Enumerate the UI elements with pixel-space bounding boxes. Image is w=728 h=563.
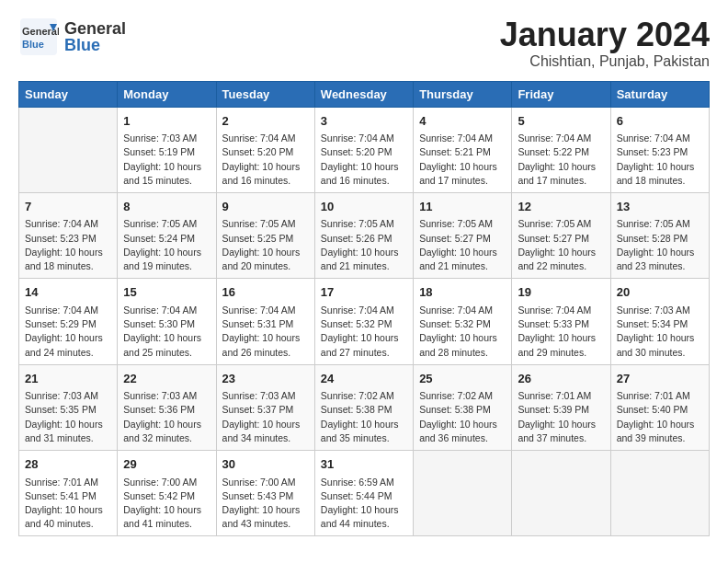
table-row: 17Sunrise: 7:04 AMSunset: 5:32 PMDayligh… (314, 279, 413, 364)
day-number: 20 (617, 283, 703, 302)
day-number: 30 (222, 455, 309, 474)
header: General Blue General Blue January 2024 C… (18, 17, 710, 70)
table-row: 8Sunrise: 7:05 AMSunset: 5:24 PMDaylight… (118, 192, 216, 278)
col-thursday: Thursday (414, 81, 512, 107)
table-row: 11Sunrise: 7:05 AMSunset: 5:27 PMDayligh… (414, 192, 512, 278)
day-number: 17 (321, 283, 407, 302)
day-number: 21 (25, 370, 111, 388)
day-info: Sunrise: 7:03 AMSunset: 5:35 PMDaylight:… (25, 389, 111, 445)
table-row (414, 451, 512, 536)
day-number: 14 (25, 283, 111, 302)
table-row: 1Sunrise: 7:03 AMSunset: 5:19 PMDaylight… (118, 107, 216, 192)
day-number: 28 (25, 455, 111, 474)
day-info: Sunrise: 7:03 AMSunset: 5:19 PMDaylight:… (123, 132, 210, 188)
table-row: 20Sunrise: 7:03 AMSunset: 5:34 PMDayligh… (610, 279, 709, 364)
day-info: Sunrise: 7:02 AMSunset: 5:38 PMDaylight:… (419, 389, 506, 445)
calendar-table: Sunday Monday Tuesday Wednesday Thursday… (18, 81, 710, 537)
table-row: 26Sunrise: 7:01 AMSunset: 5:39 PMDayligh… (512, 364, 610, 450)
col-sunday: Sunday (19, 81, 118, 107)
day-info: Sunrise: 7:04 AMSunset: 5:29 PMDaylight:… (25, 304, 111, 360)
table-row: 6Sunrise: 7:04 AMSunset: 5:23 PMDaylight… (610, 107, 709, 192)
page: General Blue General Blue January 2024 C… (0, 0, 728, 546)
calendar-header-row: Sunday Monday Tuesday Wednesday Thursday… (19, 81, 710, 107)
day-number: 25 (419, 370, 506, 388)
col-wednesday: Wednesday (314, 81, 413, 107)
table-row: 28Sunrise: 7:01 AMSunset: 5:41 PMDayligh… (19, 451, 118, 536)
table-row: 14Sunrise: 7:04 AMSunset: 5:29 PMDayligh… (19, 279, 118, 364)
table-row: 31Sunrise: 6:59 AMSunset: 5:44 PMDayligh… (314, 451, 413, 536)
logo-name: General Blue (64, 20, 126, 53)
title-block: January 2024 Chishtian, Punjab, Pakistan (500, 17, 710, 70)
table-row: 27Sunrise: 7:01 AMSunset: 5:40 PMDayligh… (610, 364, 709, 450)
day-info: Sunrise: 7:04 AMSunset: 5:23 PMDaylight:… (25, 217, 111, 273)
table-row: 24Sunrise: 7:02 AMSunset: 5:38 PMDayligh… (314, 364, 413, 450)
table-row: 13Sunrise: 7:05 AMSunset: 5:28 PMDayligh… (610, 192, 709, 278)
day-info: Sunrise: 7:04 AMSunset: 5:21 PMDaylight:… (419, 132, 506, 188)
day-number: 1 (123, 112, 210, 131)
table-row: 19Sunrise: 7:04 AMSunset: 5:33 PMDayligh… (512, 279, 610, 364)
day-number: 8 (123, 198, 210, 216)
table-row (19, 107, 118, 192)
day-info: Sunrise: 7:04 AMSunset: 5:23 PMDaylight:… (617, 132, 703, 188)
day-number: 4 (419, 112, 506, 131)
calendar-week-row: 21Sunrise: 7:03 AMSunset: 5:35 PMDayligh… (19, 364, 710, 450)
logo-general-text: General (64, 20, 126, 37)
day-number: 22 (123, 370, 210, 388)
logo-icon: General Blue (18, 17, 59, 57)
col-friday: Friday (512, 81, 610, 107)
col-monday: Monday (118, 81, 216, 107)
table-row: 29Sunrise: 7:00 AMSunset: 5:42 PMDayligh… (118, 451, 216, 536)
day-info: Sunrise: 7:01 AMSunset: 5:40 PMDaylight:… (617, 389, 703, 445)
day-info: Sunrise: 7:03 AMSunset: 5:34 PMDaylight:… (617, 304, 703, 360)
table-row: 7Sunrise: 7:04 AMSunset: 5:23 PMDaylight… (19, 192, 118, 278)
col-tuesday: Tuesday (216, 81, 314, 107)
table-row: 25Sunrise: 7:02 AMSunset: 5:38 PMDayligh… (414, 364, 512, 450)
page-subtitle: Chishtian, Punjab, Pakistan (500, 53, 710, 70)
table-row (610, 451, 709, 536)
day-info: Sunrise: 7:04 AMSunset: 5:33 PMDaylight:… (518, 304, 604, 360)
day-number: 19 (518, 283, 604, 302)
day-info: Sunrise: 7:05 AMSunset: 5:24 PMDaylight:… (123, 217, 210, 273)
day-number: 3 (321, 112, 407, 131)
day-number: 11 (419, 198, 506, 216)
table-row: 10Sunrise: 7:05 AMSunset: 5:26 PMDayligh… (314, 192, 413, 278)
day-number: 10 (321, 198, 407, 216)
day-info: Sunrise: 7:00 AMSunset: 5:43 PMDaylight:… (222, 476, 309, 532)
page-title: January 2024 (500, 17, 710, 53)
calendar-week-row: 7Sunrise: 7:04 AMSunset: 5:23 PMDaylight… (19, 192, 710, 278)
day-number: 9 (222, 198, 309, 216)
day-info: Sunrise: 7:05 AMSunset: 5:27 PMDaylight:… (518, 217, 604, 273)
logo-blue-text: Blue (64, 37, 126, 53)
day-number: 23 (222, 370, 309, 388)
table-row: 16Sunrise: 7:04 AMSunset: 5:31 PMDayligh… (216, 279, 314, 364)
table-row: 2Sunrise: 7:04 AMSunset: 5:20 PMDaylight… (216, 107, 314, 192)
table-row: 22Sunrise: 7:03 AMSunset: 5:36 PMDayligh… (118, 364, 216, 450)
calendar-week-row: 28Sunrise: 7:01 AMSunset: 5:41 PMDayligh… (19, 451, 710, 536)
day-info: Sunrise: 7:05 AMSunset: 5:28 PMDaylight:… (617, 217, 703, 273)
table-row (512, 451, 610, 536)
col-saturday: Saturday (610, 81, 709, 107)
day-number: 26 (518, 370, 604, 388)
day-info: Sunrise: 7:05 AMSunset: 5:25 PMDaylight:… (222, 217, 309, 273)
day-number: 7 (25, 198, 111, 216)
day-info: Sunrise: 7:04 AMSunset: 5:20 PMDaylight:… (321, 132, 407, 188)
day-number: 5 (518, 112, 604, 131)
table-row: 9Sunrise: 7:05 AMSunset: 5:25 PMDaylight… (216, 192, 314, 278)
day-info: Sunrise: 7:04 AMSunset: 5:30 PMDaylight:… (123, 304, 210, 360)
table-row: 3Sunrise: 7:04 AMSunset: 5:20 PMDaylight… (314, 107, 413, 192)
day-number: 12 (518, 198, 604, 216)
day-number: 16 (222, 283, 309, 302)
day-info: Sunrise: 7:01 AMSunset: 5:39 PMDaylight:… (518, 389, 604, 445)
table-row: 15Sunrise: 7:04 AMSunset: 5:30 PMDayligh… (118, 279, 216, 364)
day-number: 6 (617, 112, 703, 131)
table-row: 12Sunrise: 7:05 AMSunset: 5:27 PMDayligh… (512, 192, 610, 278)
table-row: 5Sunrise: 7:04 AMSunset: 5:22 PMDaylight… (512, 107, 610, 192)
day-number: 13 (617, 198, 703, 216)
day-info: Sunrise: 7:04 AMSunset: 5:22 PMDaylight:… (518, 132, 604, 188)
day-number: 29 (123, 455, 210, 474)
table-row: 4Sunrise: 7:04 AMSunset: 5:21 PMDaylight… (414, 107, 512, 192)
calendar-week-row: 14Sunrise: 7:04 AMSunset: 5:29 PMDayligh… (19, 279, 710, 364)
calendar-week-row: 1Sunrise: 7:03 AMSunset: 5:19 PMDaylight… (19, 107, 710, 192)
day-info: Sunrise: 7:02 AMSunset: 5:38 PMDaylight:… (321, 389, 407, 445)
day-number: 2 (222, 112, 309, 131)
